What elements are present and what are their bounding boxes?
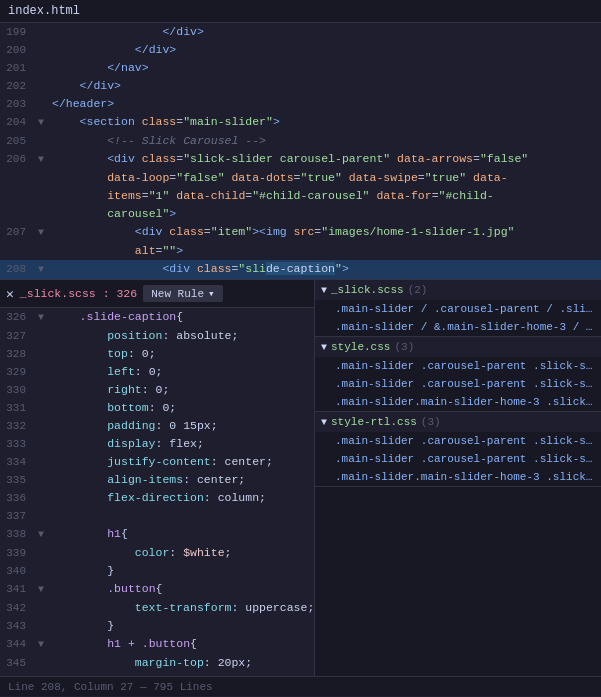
- scss-line: 326▼ .slide-caption{: [0, 308, 314, 327]
- status-bar: Line 208, Column 27 — 795 Lines: [0, 676, 601, 696]
- html-line: 207▼ <div class="item"><img src="images/…: [0, 223, 601, 242]
- fold-arrow[interactable]: [38, 77, 52, 78]
- scss-line: 340 }: [0, 562, 314, 580]
- fold-arrow[interactable]: [38, 507, 52, 508]
- fold-arrow[interactable]: ▼: [38, 580, 52, 599]
- selector-item[interactable]: .main-slider .carousel-parent .slick-sli…: [315, 432, 601, 450]
- scss-line: 335 align-items: center;: [0, 471, 314, 489]
- selector-item[interactable]: .main-slider .carousel-parent .slick-sli…: [315, 450, 601, 468]
- scss-line-content: .slide-caption{: [52, 308, 314, 326]
- line-number: 327: [0, 327, 38, 345]
- line-number: 344: [0, 635, 38, 653]
- line-number: 345: [0, 654, 38, 672]
- selector-group-header[interactable]: ▼_slick.scss (2): [315, 280, 601, 300]
- fold-arrow[interactable]: [38, 399, 52, 400]
- selector-item[interactable]: .main-slider .carousel-parent .slick-sli…: [315, 375, 601, 393]
- line-number: 203: [0, 95, 38, 113]
- line-number: 334: [0, 453, 38, 471]
- editor-top: 199 </div>200 </div>201 </nav>202 </div>…: [0, 23, 601, 279]
- close-btn[interactable]: ✕: [6, 286, 14, 302]
- line-content: </div>: [52, 23, 601, 41]
- group-file-label: style.css: [331, 341, 390, 353]
- fold-arrow[interactable]: [38, 435, 52, 436]
- fold-arrow[interactable]: [38, 242, 52, 243]
- fold-arrow[interactable]: [38, 599, 52, 600]
- scss-line: 341▼ .button{: [0, 580, 314, 599]
- scss-tab-file: _slick.scss : 326: [20, 287, 137, 300]
- fold-arrow[interactable]: [38, 617, 52, 618]
- scss-line: 331 bottom: 0;: [0, 399, 314, 417]
- scss-line-content: align-items: center;: [52, 471, 314, 489]
- scss-line-content: display: flex;: [52, 435, 314, 453]
- fold-arrow[interactable]: [38, 544, 52, 545]
- scss-line-content: }: [52, 617, 314, 635]
- fold-arrow[interactable]: ▼: [38, 308, 52, 327]
- fold-arrow[interactable]: [38, 205, 52, 206]
- fold-arrow[interactable]: [38, 562, 52, 563]
- line-content: alt="">: [52, 242, 601, 260]
- fold-arrow[interactable]: [38, 417, 52, 418]
- fold-arrow[interactable]: ▼: [38, 635, 52, 654]
- scss-line-content: h1{: [52, 525, 314, 543]
- line-content: carousel">: [52, 205, 601, 223]
- selector-item[interactable]: .main-slider.main-slider-home-3 .slick-s…: [315, 468, 601, 486]
- fold-arrow[interactable]: [38, 187, 52, 188]
- fold-arrow[interactable]: [38, 132, 52, 133]
- fold-arrow[interactable]: ▼: [38, 525, 52, 544]
- fold-arrow[interactable]: [38, 95, 52, 96]
- fold-arrow[interactable]: ▼: [38, 150, 52, 169]
- line-number: 331: [0, 399, 38, 417]
- selector-item[interactable]: .main-slider / .carousel-parent / .slick…: [315, 300, 601, 318]
- line-number: 343: [0, 617, 38, 635]
- fold-arrow[interactable]: [38, 363, 52, 364]
- fold-arrow[interactable]: [38, 327, 52, 328]
- line-number: 205: [0, 132, 38, 150]
- scss-line: 332 padding: 0 15px;: [0, 417, 314, 435]
- fold-arrow[interactable]: [38, 471, 52, 472]
- fold-arrow[interactable]: [38, 453, 52, 454]
- fold-arrow[interactable]: [38, 654, 52, 655]
- line-content: <section class="main-slider">: [52, 113, 601, 131]
- line-number: 335: [0, 471, 38, 489]
- fold-arrow[interactable]: [38, 23, 52, 24]
- html-line: items="1" data-child="#child-carousel" d…: [0, 187, 601, 205]
- html-line: 206▼ <div class="slick-slider carousel-p…: [0, 150, 601, 169]
- scss-line: 339 color: $white;: [0, 544, 314, 562]
- scss-line-content: justify-content: center;: [52, 453, 314, 471]
- fold-arrow[interactable]: ▼: [38, 113, 52, 132]
- fold-arrow[interactable]: [38, 41, 52, 42]
- html-line: 204▼ <section class="main-slider">: [0, 113, 601, 132]
- fold-arrow[interactable]: ▼: [38, 260, 52, 279]
- scss-line: 343 }: [0, 617, 314, 635]
- scss-editor: ✕ _slick.scss : 326 New Rule ▾ 326▼ .sli…: [0, 280, 315, 676]
- bottom-pane: ✕ _slick.scss : 326 New Rule ▾ 326▼ .sli…: [0, 279, 601, 676]
- fold-arrow[interactable]: [38, 381, 52, 382]
- selector-item[interactable]: .main-slider.main-slider-home-3 .slick-s…: [315, 393, 601, 411]
- new-rule-button[interactable]: New Rule ▾: [143, 285, 222, 302]
- line-number: 206: [0, 150, 38, 168]
- fold-arrow[interactable]: [38, 59, 52, 60]
- selector-item[interactable]: .main-slider .carousel-parent .slick-sli…: [315, 357, 601, 375]
- scss-line: 338▼ h1{: [0, 525, 314, 544]
- scss-line: 337: [0, 507, 314, 525]
- line-content: </div>: [52, 41, 601, 59]
- line-number: 330: [0, 381, 38, 399]
- selector-group-header[interactable]: ▼style.css (3): [315, 337, 601, 357]
- html-line: 199 </div>: [0, 23, 601, 41]
- tab-separator: :: [103, 287, 117, 300]
- fold-arrow[interactable]: [38, 345, 52, 346]
- title-filename: index.html: [8, 4, 80, 18]
- selector-item[interactable]: .main-slider / &.main-slider-home-3 / .s…: [315, 318, 601, 336]
- line-number: 208: [0, 260, 38, 278]
- line-number: 337: [0, 507, 38, 525]
- scss-line-content: position: absolute;: [52, 327, 314, 345]
- selector-group-header[interactable]: ▼style-rtl.css (3): [315, 412, 601, 432]
- line-content: </div>: [52, 77, 601, 95]
- fold-arrow[interactable]: [38, 489, 52, 490]
- scss-line: 330 right: 0;: [0, 381, 314, 399]
- fold-arrow[interactable]: [38, 169, 52, 170]
- scss-line-content: flex-direction: column;: [52, 489, 314, 507]
- fold-arrow[interactable]: ▼: [38, 223, 52, 242]
- html-line: 208▼ <div class="slide-caption">: [0, 260, 601, 279]
- line-number: 332: [0, 417, 38, 435]
